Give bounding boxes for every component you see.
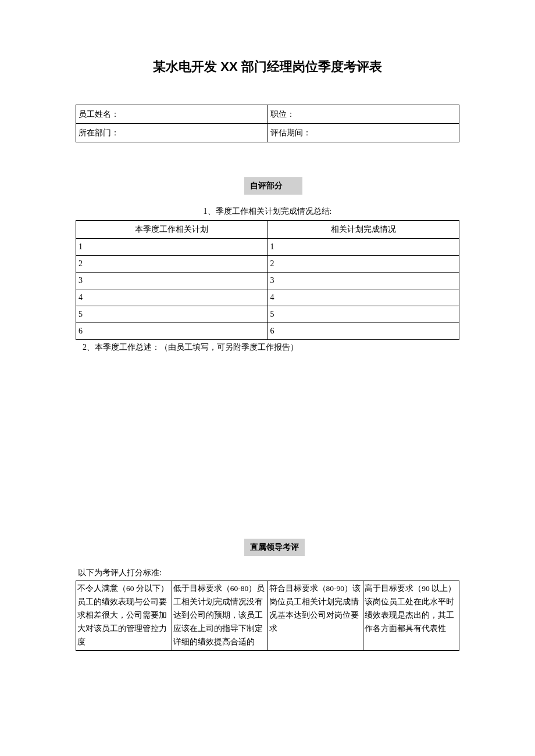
department-cell: 所在部门：: [76, 124, 268, 142]
plan-cell: 3: [76, 273, 268, 289]
criteria-cell-1: 不令人满意（60 分以下）员工的绩效表现与公司要求相差很大，公司需要加大对该员工…: [76, 581, 172, 651]
plan-cell: 3: [268, 273, 459, 289]
plan-table: 本季度工作相关计划 相关计划完成情况 11 22 33 44 55 66: [76, 220, 459, 340]
criteria-cell-2: 低于目标要求（60-80）员工相关计划完成情况没有达到公司的预期，该员工应该在上…: [172, 581, 268, 651]
plan-cell: 5: [268, 306, 459, 323]
plan-cell: 6: [76, 323, 268, 340]
employee-info-table: 员工姓名： 职位： 所在部门： 评估期间：: [76, 105, 459, 142]
criteria-cell-4: 高于目标要求（90 以上）该岗位员工处在此水平时绩效表现是杰出的，其工作各方面都…: [363, 581, 459, 651]
plan-cell: 6: [268, 323, 459, 340]
plan-col2-header: 相关计划完成情况: [268, 221, 459, 239]
plan-summary-heading: 1、季度工作相关计划完成情况总结:: [76, 206, 459, 217]
period-cell: 评估期间：: [268, 124, 459, 142]
plan-cell: 1: [268, 239, 459, 256]
plan-cell: 4: [268, 289, 459, 306]
plan-cell: 1: [76, 239, 268, 256]
scoring-criteria-table: 不令人满意（60 分以下）员工的绩效表现与公司要求相差很大，公司需要加大对该员工…: [76, 581, 459, 651]
plan-cell: 4: [76, 289, 268, 306]
plan-cell: 2: [76, 256, 268, 273]
position-cell: 职位：: [268, 105, 459, 124]
criteria-intro: 以下为考评人打分标准:: [76, 568, 459, 578]
criteria-cell-3: 符合目标要求（80-90）该岗位员工相关计划完成情 况基本达到公司对岗位要 求: [268, 581, 363, 651]
document-title: 某水电开发 XX 部门经理岗位季度考评表: [76, 58, 459, 76]
self-evaluation-header: 自评部分: [244, 177, 302, 195]
name-cell: 员工姓名：: [76, 105, 268, 124]
work-summary-note: 2、本季度工作总述：（由员工填写，可另附季度工作报告）: [76, 342, 459, 353]
supervisor-evaluation-header: 直属领导考评: [244, 539, 305, 556]
plan-cell: 2: [268, 256, 459, 273]
blank-space: [76, 353, 459, 504]
plan-cell: 5: [76, 306, 268, 323]
plan-col1-header: 本季度工作相关计划: [76, 221, 268, 239]
